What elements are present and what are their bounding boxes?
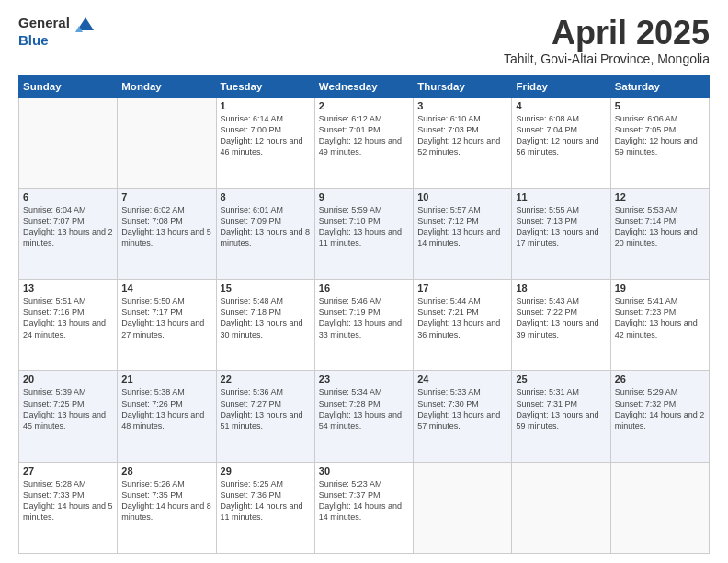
calendar-cell: 21Sunrise: 5:38 AM Sunset: 7:26 PM Dayli… xyxy=(118,371,216,462)
weekday-header: Sunday xyxy=(19,75,118,97)
calendar-week-row: 27Sunrise: 5:28 AM Sunset: 7:33 PM Dayli… xyxy=(19,462,710,553)
day-info: Sunrise: 5:28 AM Sunset: 7:33 PM Dayligh… xyxy=(23,478,113,523)
day-info: Sunrise: 5:41 AM Sunset: 7:23 PM Dayligh… xyxy=(615,295,705,340)
day-number: 10 xyxy=(417,191,507,202)
day-number: 8 xyxy=(221,191,311,202)
weekday-header: Tuesday xyxy=(216,75,314,97)
day-info: Sunrise: 5:51 AM Sunset: 7:16 PM Dayligh… xyxy=(23,295,113,340)
day-number: 1 xyxy=(221,100,311,111)
day-info: Sunrise: 6:08 AM Sunset: 7:04 PM Dayligh… xyxy=(516,113,606,158)
day-number: 30 xyxy=(319,465,409,477)
day-info: Sunrise: 5:34 AM Sunset: 7:28 PM Dayligh… xyxy=(319,386,409,431)
calendar-table: SundayMondayTuesdayWednesdayThursdayFrid… xyxy=(18,75,710,554)
day-info: Sunrise: 5:36 AM Sunset: 7:27 PM Dayligh… xyxy=(221,386,311,431)
day-info: Sunrise: 5:31 AM Sunset: 7:31 PM Dayligh… xyxy=(516,386,606,431)
day-number: 24 xyxy=(417,373,507,385)
header: General Blue April 2025 Tahilt, Govi-Alt… xyxy=(18,15,710,66)
calendar-cell: 12Sunrise: 5:53 AM Sunset: 7:14 PM Dayli… xyxy=(610,188,709,279)
day-number: 6 xyxy=(23,191,113,202)
calendar-cell: 11Sunrise: 5:55 AM Sunset: 7:13 PM Dayli… xyxy=(512,188,610,279)
calendar-cell: 30Sunrise: 5:23 AM Sunset: 7:37 PM Dayli… xyxy=(314,462,413,553)
calendar-cell: 7Sunrise: 6:02 AM Sunset: 7:08 PM Daylig… xyxy=(118,188,216,279)
day-number: 23 xyxy=(319,373,409,385)
calendar-cell: 23Sunrise: 5:34 AM Sunset: 7:28 PM Dayli… xyxy=(314,371,413,462)
day-number: 25 xyxy=(516,373,606,385)
day-number: 21 xyxy=(121,373,211,385)
day-number: 28 xyxy=(121,465,211,477)
logo-icon xyxy=(75,16,96,32)
day-info: Sunrise: 5:33 AM Sunset: 7:30 PM Dayligh… xyxy=(417,386,507,431)
day-info: Sunrise: 5:53 AM Sunset: 7:14 PM Dayligh… xyxy=(615,204,705,249)
calendar-cell: 17Sunrise: 5:44 AM Sunset: 7:21 PM Dayli… xyxy=(414,280,512,371)
location-title: Tahilt, Govi-Altai Province, Mongolia xyxy=(504,52,710,66)
day-info: Sunrise: 5:25 AM Sunset: 7:36 PM Dayligh… xyxy=(221,478,311,523)
day-info: Sunrise: 6:04 AM Sunset: 7:07 PM Dayligh… xyxy=(23,204,113,249)
day-number: 9 xyxy=(319,191,409,202)
day-info: Sunrise: 5:26 AM Sunset: 7:35 PM Dayligh… xyxy=(121,478,211,523)
day-info: Sunrise: 6:06 AM Sunset: 7:05 PM Dayligh… xyxy=(615,113,705,158)
calendar-week-row: 13Sunrise: 5:51 AM Sunset: 7:16 PM Dayli… xyxy=(19,280,710,371)
day-info: Sunrise: 5:57 AM Sunset: 7:12 PM Dayligh… xyxy=(417,204,507,249)
day-number: 27 xyxy=(23,465,113,477)
calendar-cell: 6Sunrise: 6:04 AM Sunset: 7:07 PM Daylig… xyxy=(19,188,118,279)
calendar-cell: 13Sunrise: 5:51 AM Sunset: 7:16 PM Dayli… xyxy=(19,280,118,371)
logo-blue: Blue xyxy=(18,32,96,49)
day-number: 3 xyxy=(417,100,507,111)
day-info: Sunrise: 6:10 AM Sunset: 7:03 PM Dayligh… xyxy=(417,113,507,158)
day-number: 14 xyxy=(121,282,211,293)
calendar-cell: 1Sunrise: 6:14 AM Sunset: 7:00 PM Daylig… xyxy=(216,97,314,188)
day-number: 5 xyxy=(615,100,705,111)
day-info: Sunrise: 6:12 AM Sunset: 7:01 PM Dayligh… xyxy=(319,113,409,158)
day-info: Sunrise: 5:55 AM Sunset: 7:13 PM Dayligh… xyxy=(516,204,606,249)
day-number: 13 xyxy=(23,282,113,293)
calendar-cell: 14Sunrise: 5:50 AM Sunset: 7:17 PM Dayli… xyxy=(118,280,216,371)
calendar-cell: 27Sunrise: 5:28 AM Sunset: 7:33 PM Dayli… xyxy=(19,462,118,553)
calendar-week-row: 1Sunrise: 6:14 AM Sunset: 7:00 PM Daylig… xyxy=(19,97,710,188)
day-info: Sunrise: 5:39 AM Sunset: 7:25 PM Dayligh… xyxy=(23,386,113,431)
day-info: Sunrise: 5:23 AM Sunset: 7:37 PM Dayligh… xyxy=(319,478,409,523)
weekday-header: Saturday xyxy=(610,75,709,97)
calendar-cell: 18Sunrise: 5:43 AM Sunset: 7:22 PM Dayli… xyxy=(512,280,610,371)
day-number: 29 xyxy=(221,465,311,477)
calendar-cell xyxy=(512,462,610,553)
day-info: Sunrise: 5:48 AM Sunset: 7:18 PM Dayligh… xyxy=(221,295,311,340)
day-number: 12 xyxy=(615,191,705,202)
weekday-header: Monday xyxy=(118,75,216,97)
calendar-cell xyxy=(414,462,512,553)
calendar-cell: 29Sunrise: 5:25 AM Sunset: 7:36 PM Dayli… xyxy=(216,462,314,553)
calendar-cell: 28Sunrise: 5:26 AM Sunset: 7:35 PM Dayli… xyxy=(118,462,216,553)
calendar-body: 1Sunrise: 6:14 AM Sunset: 7:00 PM Daylig… xyxy=(19,97,710,553)
day-number: 22 xyxy=(221,373,311,385)
day-number: 19 xyxy=(615,282,705,293)
calendar-cell xyxy=(610,462,709,553)
calendar-cell: 2Sunrise: 6:12 AM Sunset: 7:01 PM Daylig… xyxy=(314,97,413,188)
calendar-cell: 22Sunrise: 5:36 AM Sunset: 7:27 PM Dayli… xyxy=(216,371,314,462)
day-info: Sunrise: 5:43 AM Sunset: 7:22 PM Dayligh… xyxy=(516,295,606,340)
calendar-week-row: 6Sunrise: 6:04 AM Sunset: 7:07 PM Daylig… xyxy=(19,188,710,279)
day-number: 15 xyxy=(221,282,311,293)
day-number: 11 xyxy=(516,191,606,202)
day-info: Sunrise: 5:29 AM Sunset: 7:32 PM Dayligh… xyxy=(615,386,705,431)
day-info: Sunrise: 5:50 AM Sunset: 7:17 PM Dayligh… xyxy=(121,295,211,340)
day-number: 7 xyxy=(121,191,211,202)
logo-text: General Blue xyxy=(18,15,96,49)
day-number: 16 xyxy=(319,282,409,293)
calendar-cell: 20Sunrise: 5:39 AM Sunset: 7:25 PM Dayli… xyxy=(19,371,118,462)
day-info: Sunrise: 5:38 AM Sunset: 7:26 PM Dayligh… xyxy=(121,386,211,431)
calendar-cell: 25Sunrise: 5:31 AM Sunset: 7:31 PM Dayli… xyxy=(512,371,610,462)
page: General Blue April 2025 Tahilt, Govi-Alt… xyxy=(0,0,728,563)
calendar-cell: 4Sunrise: 6:08 AM Sunset: 7:04 PM Daylig… xyxy=(512,97,610,188)
calendar-cell: 24Sunrise: 5:33 AM Sunset: 7:30 PM Dayli… xyxy=(414,371,512,462)
day-info: Sunrise: 6:14 AM Sunset: 7:00 PM Dayligh… xyxy=(221,113,311,158)
day-number: 2 xyxy=(319,100,409,111)
calendar-header-row: SundayMondayTuesdayWednesdayThursdayFrid… xyxy=(19,75,710,97)
day-number: 26 xyxy=(615,373,705,385)
calendar-cell: 9Sunrise: 5:59 AM Sunset: 7:10 PM Daylig… xyxy=(314,188,413,279)
calendar-cell: 26Sunrise: 5:29 AM Sunset: 7:32 PM Dayli… xyxy=(610,371,709,462)
weekday-header: Thursday xyxy=(414,75,512,97)
day-number: 17 xyxy=(417,282,507,293)
day-info: Sunrise: 5:46 AM Sunset: 7:19 PM Dayligh… xyxy=(319,295,409,340)
day-info: Sunrise: 5:44 AM Sunset: 7:21 PM Dayligh… xyxy=(417,295,507,340)
day-number: 4 xyxy=(516,100,606,111)
month-title: April 2025 xyxy=(504,15,710,52)
